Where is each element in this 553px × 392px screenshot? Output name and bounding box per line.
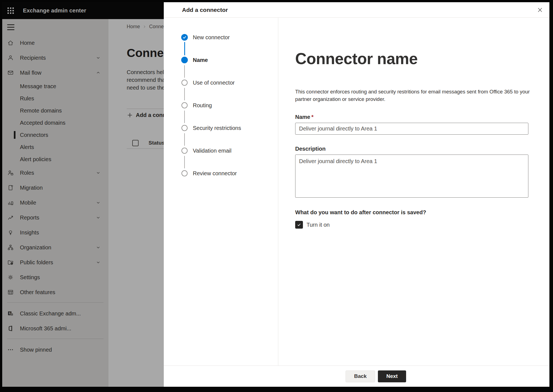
name-input[interactable]	[295, 123, 528, 135]
next-button[interactable]: Next	[378, 370, 406, 382]
step-connector-line	[184, 42, 185, 55]
step-label: Name	[193, 57, 208, 63]
screen: Exchange admin center HomeRecipientsMail…	[2, 2, 549, 387]
step-description: This connector enforces routing and secu…	[295, 88, 542, 103]
description-label: Description	[295, 146, 549, 152]
wizard-steps: New connectorNameUse of connectorRouting…	[164, 18, 278, 365]
step-indicator-upcoming	[181, 102, 188, 108]
dialog-header: Add a connector	[164, 2, 549, 18]
dialog-content: Connector name This connector enforces r…	[278, 18, 549, 365]
step-label: Security restrictions	[193, 125, 241, 131]
close-icon	[536, 6, 544, 14]
back-button[interactable]: Back	[346, 370, 375, 382]
wizard-step-review-connector: Review connector	[181, 170, 278, 193]
wizard-step-security-restrictions: Security restrictions	[181, 125, 278, 147]
step-indicator-upcoming	[181, 80, 188, 86]
step-label: Validation email	[193, 147, 232, 154]
close-button[interactable]	[534, 4, 546, 15]
after-save-question: What do you want to do after connector i…	[295, 209, 549, 216]
turn-it-on-checkbox-row[interactable]: Turn it on	[295, 221, 549, 229]
add-connector-dialog: Add a connector New connectorNameUse of …	[164, 2, 549, 387]
step-connector-line	[184, 156, 185, 168]
dialog-body: New connectorNameUse of connectorRouting…	[164, 18, 549, 365]
step-indicator-upcoming	[181, 125, 188, 131]
required-marker: *	[311, 114, 313, 120]
turn-it-on-label: Turn it on	[307, 222, 330, 228]
wizard-step-new-connector: New connector	[181, 34, 278, 57]
step-label: Routing	[193, 102, 212, 109]
checked-checkbox[interactable]	[295, 221, 303, 229]
wizard-step-routing: Routing	[181, 102, 278, 125]
step-label: Review connector	[193, 170, 237, 177]
step-label: Use of connector	[193, 79, 235, 86]
step-connector-line	[184, 111, 185, 123]
step-indicator-completed	[181, 34, 188, 41]
checkmark-icon	[296, 222, 302, 228]
name-label: Name*	[295, 114, 549, 120]
step-label: New connector	[193, 34, 230, 41]
step-connector-line	[184, 65, 185, 78]
step-connector-line	[184, 88, 185, 100]
dialog-footer: Back Next	[164, 365, 549, 387]
step-heading: Connector name	[295, 50, 549, 67]
wizard-step-validation-email: Validation email	[181, 147, 278, 170]
wizard-step-name: Name	[181, 57, 278, 79]
description-textarea[interactable]	[295, 155, 528, 198]
step-connector-line	[184, 133, 185, 146]
step-indicator-upcoming	[181, 170, 188, 176]
check-icon	[181, 34, 188, 41]
step-indicator-current	[181, 57, 188, 63]
step-indicator-upcoming	[181, 148, 188, 154]
wizard-step-use-of-connector: Use of connector	[181, 79, 278, 102]
dialog-title: Add a connector	[182, 7, 228, 13]
